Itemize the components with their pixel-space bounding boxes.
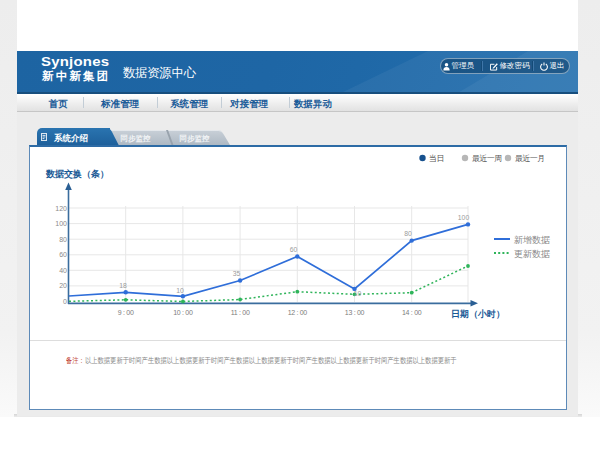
svg-text:100: 100 bbox=[458, 214, 470, 221]
svg-text:35: 35 bbox=[233, 270, 241, 277]
svg-text:0: 0 bbox=[63, 298, 67, 305]
svg-text:60: 60 bbox=[59, 251, 67, 258]
svg-text:9 : 00: 9 : 00 bbox=[118, 309, 134, 316]
svg-text:12 : 00: 12 : 00 bbox=[288, 309, 308, 316]
svg-text:80: 80 bbox=[404, 230, 412, 237]
svg-text:120: 120 bbox=[55, 205, 67, 212]
svg-text:18: 18 bbox=[119, 282, 127, 289]
svg-text:11 : 00: 11 : 00 bbox=[231, 309, 250, 316]
svg-text:10: 10 bbox=[354, 290, 362, 297]
svg-text:40: 40 bbox=[59, 267, 67, 274]
svg-text:100: 100 bbox=[55, 220, 67, 227]
svg-text:10: 10 bbox=[176, 287, 184, 294]
svg-text:20: 20 bbox=[59, 282, 67, 289]
svg-text:10 : 00: 10 : 00 bbox=[173, 309, 193, 316]
svg-text:60: 60 bbox=[290, 246, 298, 253]
svg-text:13 : 00: 13 : 00 bbox=[345, 309, 365, 316]
svg-text:80: 80 bbox=[59, 236, 67, 243]
svg-text:14 : 00: 14 : 00 bbox=[402, 309, 422, 316]
